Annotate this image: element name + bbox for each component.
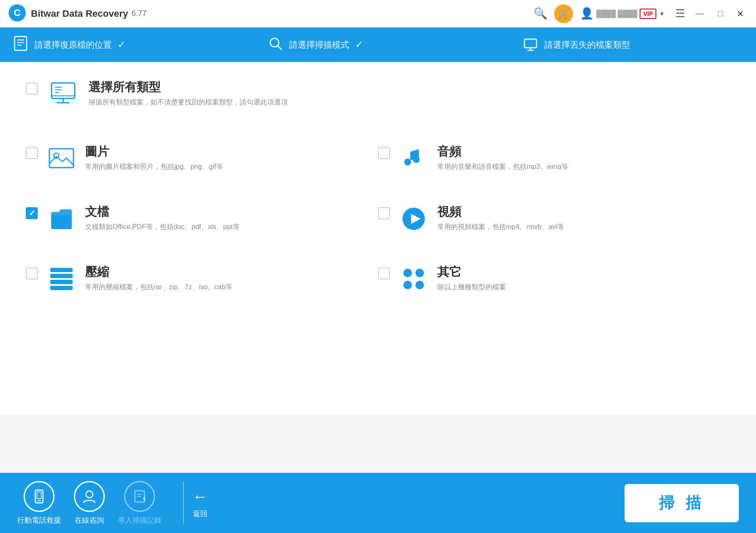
image-name: 圖片 <box>85 144 378 160</box>
back-button[interactable]: ← 返回 <box>192 487 208 519</box>
document-type-item: 文檔 文檔類如Office,PDF等，包括doc、pdf、xls、ppt等 <box>26 195 378 242</box>
svg-rect-2 <box>15 37 27 50</box>
app-title: Bitwar Data Recovery <box>31 8 128 19</box>
menu-icon[interactable]: ☰ <box>675 7 685 20</box>
svg-point-28 <box>403 269 412 277</box>
video-desc: 常用的視頻檔案，包括mp4、rmvb、avi等 <box>437 223 730 232</box>
file-type-grid: 圖片 常用的圖片檔案和照片，包括jpg、png、gif等 音頻 常用的音樂和語音… <box>26 135 730 303</box>
svg-rect-25 <box>50 274 73 278</box>
svg-point-36 <box>86 491 93 498</box>
other-desc: 除以上幾種類型的檔案 <box>437 283 730 292</box>
image-icon <box>46 144 76 174</box>
back-icon: ← <box>192 487 208 505</box>
wizard-step-3: 請選擇丟失的檔案類型 <box>501 28 756 62</box>
app-version: 6.77 <box>131 9 146 18</box>
minimize-button[interactable]: — <box>692 7 707 20</box>
svg-rect-26 <box>50 280 73 284</box>
step2-icon <box>268 36 283 54</box>
other-info: 其它 除以上幾種類型的檔案 <box>437 264 730 292</box>
titlebar: C Bitwar Data Recovery 6.77 🔍 🛒 👤 ████ █… <box>0 0 756 28</box>
svg-point-29 <box>415 269 424 277</box>
archive-checkbox[interactable] <box>26 267 38 279</box>
audio-type-item: 音頻 常用的音樂和語音檔案，包括mp3、wma等 <box>378 135 730 182</box>
audio-icon <box>399 144 429 174</box>
audio-name: 音頻 <box>437 144 730 160</box>
svg-text:↑: ↑ <box>37 494 39 497</box>
app-logo: C <box>9 4 26 23</box>
document-icon <box>46 204 76 234</box>
svg-rect-18 <box>49 149 73 168</box>
step3-label: 請選擇丟失的檔案類型 <box>544 39 630 51</box>
document-desc: 文檔類如Office,PDF等，包括doc、pdf、xls、ppt等 <box>85 223 378 232</box>
audio-desc: 常用的音樂和語音檔案，包括mp3、wma等 <box>437 162 730 172</box>
step1-check: ✓ <box>118 39 125 50</box>
document-checkbox[interactable] <box>26 207 38 219</box>
titlebar-icons: 🔍 🛒 👤 ████ ████ VIP ▼ ☰ — □ ✕ <box>533 4 747 23</box>
video-info: 視頻 常用的視頻檔案，包括mp4、rmvb、avi等 <box>437 204 730 232</box>
audio-checkbox[interactable] <box>378 147 390 159</box>
audio-info: 音頻 常用的音樂和語音檔案，包括mp3、wma等 <box>437 144 730 172</box>
svg-rect-8 <box>524 39 537 48</box>
search-icon[interactable]: 🔍 <box>533 7 547 20</box>
select-all-checkbox[interactable] <box>26 83 38 95</box>
archive-icon <box>46 264 76 294</box>
image-checkbox[interactable] <box>26 147 38 159</box>
video-checkbox[interactable] <box>378 207 390 219</box>
svg-point-20 <box>404 159 411 165</box>
wizard-bar: 請選擇復原檔的位置 ✓ 請選擇掃描模式 ✓ 請選擇丟失的檔案類型 <box>0 28 756 62</box>
footer-divider <box>183 481 184 524</box>
online-consult-button[interactable]: 在線咨詢 <box>74 481 105 525</box>
step2-check: ✓ <box>355 39 363 50</box>
user-icon: 👤 <box>580 7 594 20</box>
svg-text:C: C <box>14 7 21 18</box>
online-consult-label: 在線咨詢 <box>75 515 104 525</box>
import-scan-label: 導入掃描記錄 <box>118 515 162 525</box>
svg-point-30 <box>403 281 412 289</box>
other-checkbox[interactable] <box>378 267 390 279</box>
user-name: ████ ████ <box>596 10 637 18</box>
archive-desc: 常用的壓縮檔案，包括rar、zip、7z、iso、cab等 <box>85 283 378 292</box>
computer-icon <box>48 79 78 109</box>
close-button[interactable]: ✕ <box>733 7 747 21</box>
step3-icon <box>523 36 538 54</box>
mobile-rescue-button[interactable]: ↑ 行動電話救援 <box>17 481 61 525</box>
step2-label: 請選擇掃描模式 <box>289 39 349 51</box>
select-all-info: 選擇所有類型 掃描所有類型檔案，如不清楚要找回的檔案類型，請勾選此項選項 <box>88 79 730 107</box>
import-scan-button[interactable]: 導入掃描記錄 <box>118 481 162 525</box>
chevron-down-icon: ▼ <box>659 10 665 17</box>
other-type-item: 其它 除以上幾種類型的檔案 <box>378 255 730 303</box>
cart-button[interactable]: 🛒 <box>554 4 573 23</box>
archive-info: 壓縮 常用的壓縮檔案，包括rar、zip、7z、iso、cab等 <box>85 264 378 292</box>
step1-label: 請選擇復原檔的位置 <box>34 39 112 51</box>
user-account[interactable]: 👤 ████ ████ VIP ▼ <box>580 7 665 20</box>
image-info: 圖片 常用的圖片檔案和照片，包括jpg、png、gif等 <box>85 144 378 172</box>
image-desc: 常用的圖片檔案和照片，包括jpg、png、gif等 <box>85 162 378 172</box>
mobile-rescue-icon: ↑ <box>24 481 55 512</box>
other-name: 其它 <box>437 264 730 280</box>
select-all-row: 選擇所有類型 掃描所有類型檔案，如不清楚要找回的檔案類型，請勾選此項選項 <box>26 79 730 118</box>
svg-point-31 <box>415 281 424 289</box>
other-icon <box>399 264 429 294</box>
svg-rect-27 <box>50 286 73 290</box>
vip-badge: VIP <box>640 9 656 19</box>
svg-rect-24 <box>50 268 73 272</box>
maximize-button[interactable]: □ <box>714 7 726 20</box>
online-consult-icon <box>74 481 105 512</box>
document-info: 文檔 文檔類如Office,PDF等，包括doc、pdf、xls、ppt等 <box>85 204 378 232</box>
wizard-step-1: 請選擇復原檔的位置 ✓ <box>0 28 246 62</box>
scan-button[interactable]: 掃 描 <box>625 484 739 522</box>
select-all-name: 選擇所有類型 <box>88 79 730 95</box>
archive-type-item: 壓縮 常用的壓縮檔案，包括rar、zip、7z、iso、cab等 <box>26 255 378 303</box>
video-name: 視頻 <box>437 204 730 220</box>
video-type-item: 視頻 常用的視頻檔案，包括mp4、rmvb、avi等 <box>378 195 730 242</box>
svg-point-21 <box>413 156 420 163</box>
select-all-desc: 掃描所有類型檔案，如不清楚要找回的檔案類型，請勾選此項選項 <box>88 98 730 107</box>
step1-icon <box>13 36 28 54</box>
video-icon <box>399 204 429 234</box>
archive-name: 壓縮 <box>85 264 378 280</box>
back-label: 返回 <box>193 509 207 519</box>
document-name: 文檔 <box>85 204 378 220</box>
main-content: 選擇所有類型 掃描所有類型檔案，如不清楚要找回的檔案類型，請勾選此項選項 圖片 … <box>0 62 756 414</box>
image-type-item: 圖片 常用的圖片檔案和照片，包括jpg、png、gif等 <box>26 135 378 182</box>
import-scan-icon <box>124 481 155 512</box>
